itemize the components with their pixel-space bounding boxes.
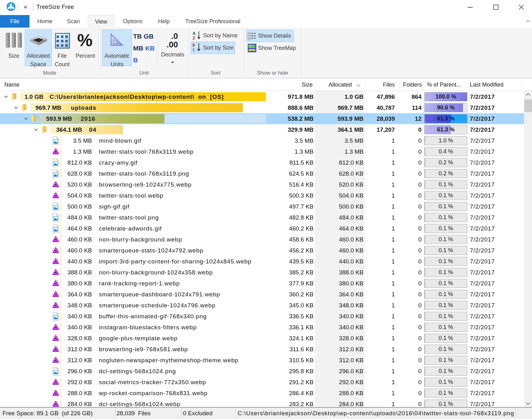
svg-text:9: 9 [192, 43, 195, 48]
svg-text:Z: Z [192, 36, 195, 40]
svg-text:1: 1 [192, 48, 195, 52]
svg-text:A: A [192, 31, 196, 36]
